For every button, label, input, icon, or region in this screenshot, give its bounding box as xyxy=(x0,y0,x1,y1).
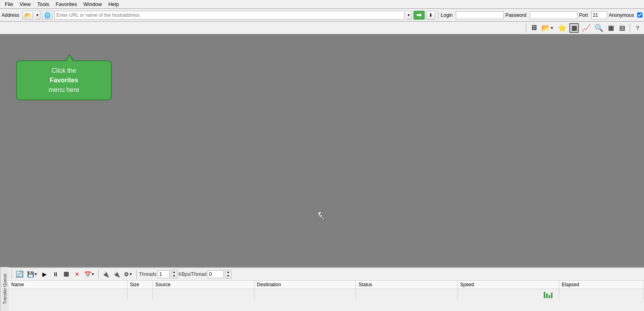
speed-bar-1 xyxy=(544,292,545,298)
grid-view-button[interactable]: ▦ xyxy=(606,23,616,33)
callout-line1: Click the xyxy=(52,67,76,74)
transfer-settings-icon: ⚙ xyxy=(124,271,129,277)
refresh-icon: 🔄 xyxy=(16,270,24,278)
transfer-queue-area: Transfer Queue 🔄 💾 ▼ ▶ ⏸ ✕ xyxy=(0,267,644,311)
transfer-cancel-button[interactable]: ✕ xyxy=(72,269,82,279)
cell-size xyxy=(127,289,153,300)
transfer-separator-1 xyxy=(12,270,12,279)
transfer-disconnect-button[interactable]: 🔌 xyxy=(112,269,121,279)
queue-manager-button[interactable]: ▦ xyxy=(569,23,579,33)
globe-search-icon: 🔍 xyxy=(594,24,603,32)
speed-bar-3 xyxy=(549,295,550,298)
transfer-separator-3 xyxy=(136,270,137,279)
favorites-callout: Click the Favorites menu here xyxy=(16,60,112,100)
transfer-pause-button[interactable]: ⏸ xyxy=(51,269,60,279)
transfer-settings-button[interactable]: ⚙ ▼ xyxy=(123,269,134,279)
stop-load-button[interactable]: ⬇ xyxy=(426,11,435,20)
anonymous-checkbox[interactable] xyxy=(637,12,642,18)
col-source: Source xyxy=(153,281,254,289)
save-icon: 💾 xyxy=(27,271,34,277)
col-name: Name xyxy=(9,281,127,289)
password-input[interactable] xyxy=(530,11,578,19)
browse-button[interactable]: 🌐 xyxy=(42,11,53,20)
list-view-icon: ▤ xyxy=(619,24,625,32)
address-input[interactable] xyxy=(54,11,405,20)
menu-help[interactable]: Help xyxy=(105,0,122,8)
transfer-schedule-button[interactable]: 📅 ▼ xyxy=(83,269,96,279)
play-icon: ▶ xyxy=(42,271,47,277)
cell-elapsed xyxy=(559,289,644,300)
col-speed: Speed xyxy=(457,281,559,289)
help-button[interactable]: ? xyxy=(633,23,642,33)
kbps-down-button[interactable]: ▼ xyxy=(225,274,231,278)
queue-manager-icon: ▦ xyxy=(571,24,577,32)
table-row xyxy=(9,289,644,300)
stop-icon xyxy=(64,272,69,277)
chart-button[interactable]: 📈 xyxy=(580,23,592,33)
chart-icon: 📈 xyxy=(582,24,590,32)
address-label: Address xyxy=(2,12,21,18)
open-folder-icon-button[interactable]: 📂 ▼ xyxy=(540,23,555,33)
site-manager-button[interactable]: 🖥 xyxy=(529,23,539,33)
menu-window[interactable]: Window xyxy=(80,0,105,8)
disconnect-icon: 🔌 xyxy=(113,271,120,277)
transfer-table: Name Size Source Destination Status Spee… xyxy=(9,281,644,299)
bookmarks-button[interactable]: ⭐ xyxy=(557,23,568,33)
transfer-refresh-button[interactable]: 🔄 xyxy=(14,269,25,279)
cell-status xyxy=(356,289,457,300)
list-view-button[interactable]: ▤ xyxy=(617,23,627,33)
separator-icons-right xyxy=(630,24,630,32)
threads-up-button[interactable]: ▲ xyxy=(171,270,177,274)
address-toolbar: Address 📂 ▼ 🌐 ▼ ➡ ⬇ Login Password Port … xyxy=(0,9,644,22)
col-elapsed: Elapsed xyxy=(559,281,644,289)
transfer-table-container: Name Size Source Destination Status Spee… xyxy=(9,281,644,299)
grid-view-icon: ▦ xyxy=(608,24,614,32)
threads-input[interactable] xyxy=(158,270,170,278)
callout-text: Click the Favorites menu here xyxy=(23,66,105,95)
threads-down-button[interactable]: ▼ xyxy=(171,274,177,278)
cell-name xyxy=(9,289,127,300)
speed-bar-4 xyxy=(551,293,553,298)
menu-favorites[interactable]: Favorites xyxy=(52,0,80,8)
pause-icon: ⏸ xyxy=(53,271,58,277)
open-folder-icon: 📂 xyxy=(541,24,550,32)
transfer-play-button[interactable]: ▶ xyxy=(40,269,50,279)
kbps-label: KBps/Thread xyxy=(179,271,207,277)
port-input[interactable] xyxy=(591,11,607,19)
transfer-separator-2 xyxy=(98,270,99,279)
kbps-input[interactable] xyxy=(208,270,224,278)
transfer-stop-button[interactable] xyxy=(62,269,71,279)
cell-source xyxy=(153,289,254,300)
login-input[interactable] xyxy=(456,11,504,19)
transfer-toolbar: 🔄 💾 ▼ ▶ ⏸ ✕ 📅 ▼ 🔌 xyxy=(9,268,644,281)
schedule-dropdown-icon: ▼ xyxy=(91,272,95,276)
threads-field: Threads ▲ ▼ xyxy=(139,270,177,279)
kbps-spinner[interactable]: ▲ ▼ xyxy=(225,270,231,279)
go-button[interactable]: ➡ xyxy=(413,11,425,20)
remote-search-button[interactable]: 🔍 xyxy=(593,23,604,33)
menu-tools[interactable]: Tools xyxy=(34,0,52,8)
open-folder-button[interactable]: 📂 xyxy=(22,11,33,20)
menu-file[interactable]: File xyxy=(2,0,16,8)
site-manager-icon: 🖥 xyxy=(530,24,537,32)
login-label: Login xyxy=(441,12,454,18)
separator-icons-left xyxy=(526,24,526,32)
address-dropdown-arrow[interactable]: ▼ xyxy=(406,11,412,20)
kbps-field: KBps/Thread ▲ ▼ xyxy=(179,270,231,279)
kbps-up-button[interactable]: ▲ xyxy=(225,270,231,274)
callout-line2: Favorites xyxy=(50,77,78,84)
menu-bar: File View Tools Favorites Window Help xyxy=(0,0,644,9)
transfer-connect-button[interactable]: 🔌 xyxy=(101,269,111,279)
schedule-icon: 📅 xyxy=(84,271,91,277)
password-label: Password xyxy=(505,12,528,18)
callout-line3: menu here xyxy=(49,86,80,93)
threads-spinner[interactable]: ▲ ▼ xyxy=(171,270,177,279)
menu-view[interactable]: View xyxy=(16,0,34,8)
save-dropdown-icon: ▼ xyxy=(34,272,38,276)
folder-dropdown-arrow[interactable]: ▼ xyxy=(35,11,40,20)
go-arrow-icon: ➡ xyxy=(416,11,421,19)
port-label: Port xyxy=(579,12,590,18)
transfer-save-button[interactable]: 💾 ▼ xyxy=(26,269,39,279)
star-icon: ⭐ xyxy=(558,24,566,32)
main-content-area: Click the Favorites menu here ↖ xyxy=(0,34,644,267)
